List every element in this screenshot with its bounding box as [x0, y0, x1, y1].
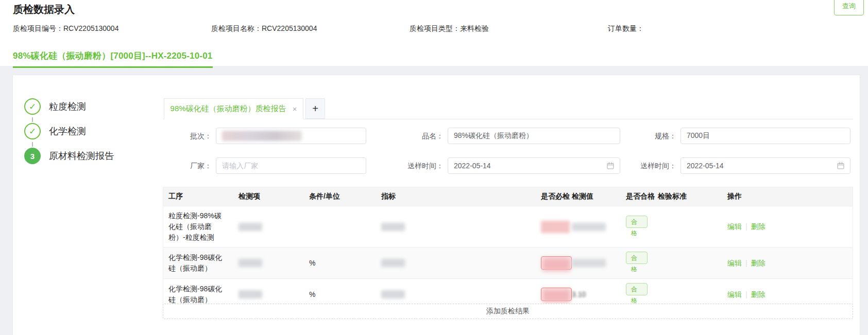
redacted-value	[239, 290, 262, 298]
cell-standard	[653, 206, 722, 248]
project-info-row: 质检项目编号：RCV2205130004 质检项目名称：RCV220513000…	[13, 24, 806, 33]
info-label: 质检项目名称：	[211, 24, 262, 32]
action-separator: |	[745, 290, 747, 298]
action-separator: |	[745, 259, 747, 267]
cell-inspection-item	[233, 206, 304, 248]
redacted-value	[381, 223, 405, 231]
report-tab-label: 98%碳化硅（振动磨粉）质检报告	[171, 104, 286, 114]
step1-check-icon: ✓	[24, 98, 41, 115]
factory-label: 厂家：	[163, 157, 212, 174]
cell-detected-value	[567, 248, 621, 279]
report-tabs-bar: 98%碳化硅（振动磨粉）质检报告 × +	[163, 98, 853, 119]
cell-indicator	[376, 248, 536, 279]
sample-time-2-label: 送样时间：	[616, 157, 676, 174]
table-header-row: 工序 检测项 条件/单位 指标 是否必检 检测值 是否合格 检验标准 操作	[163, 187, 853, 206]
cell-standard	[653, 248, 722, 279]
redacted-required-tag	[541, 288, 572, 301]
sample-time-2-input[interactable]: 2022-05-14	[680, 157, 850, 174]
redacted-required-tag	[541, 256, 572, 270]
product-name-label: 品名：	[379, 128, 444, 144]
step-item-granularity[interactable]: 粒度检测	[49, 98, 86, 115]
material-tab-active[interactable]: 98%碳化硅（振动磨粉）[7000目]--HX-2205-10-01	[13, 50, 213, 68]
report-content: 98%碳化硅（振动磨粉）质检报告 × + 批次： 品名： 规格： 厂家： 送样时…	[163, 75, 853, 332]
col-required: 是否必检	[536, 187, 567, 206]
info-value: RCV2205130004	[262, 24, 317, 32]
batch-value-redacted	[222, 131, 302, 141]
cell-required	[536, 206, 567, 248]
spec-input[interactable]	[680, 128, 850, 144]
step-connector	[32, 142, 33, 147]
cell-qualified: 合格	[621, 248, 653, 279]
cell-inspection-item	[233, 248, 304, 279]
col-process: 工序	[163, 187, 233, 206]
info-value: 来料检验	[460, 24, 489, 32]
calendar-icon	[607, 162, 614, 169]
calendar-icon	[837, 162, 844, 169]
step-item-chemical[interactable]: 化学检测	[49, 123, 86, 139]
qualified-badge: 合格	[626, 252, 648, 264]
step-item-raw-material-report[interactable]: 原材料检测报告	[49, 148, 114, 164]
cell-qualified: 合格	[621, 206, 653, 248]
info-project-code: 质检项目编号：RCV2205130004	[13, 24, 211, 33]
action-separator: |	[745, 222, 747, 231]
query-button[interactable]: 查询	[834, 0, 864, 15]
edit-link[interactable]: 编辑	[727, 290, 742, 298]
main-card: ✓ 粒度检测 ✓ 化学检测 3 原材料检测报告 98%碳化硅（振动磨粉）质检报告…	[12, 75, 860, 335]
sample-time-1-label: 送样时间：	[379, 157, 444, 174]
delete-link[interactable]: 删除	[751, 290, 765, 298]
cell-actions: 编辑|删除	[722, 206, 853, 248]
check-icon: ✓	[29, 102, 36, 111]
product-name-input[interactable]	[448, 128, 620, 144]
col-detected-value: 检测值	[567, 187, 621, 206]
sample-time-1-value: 2022-05-14	[454, 162, 491, 170]
redacted-value	[381, 259, 405, 267]
edit-link[interactable]: 编辑	[727, 222, 742, 231]
spec-label: 规格：	[616, 128, 676, 144]
partially-redacted-value: 3.10	[572, 289, 586, 300]
cell-condition-unit	[304, 206, 376, 248]
step2-check-icon: ✓	[24, 123, 41, 139]
redacted-value	[381, 290, 405, 298]
qualified-badge: 合格	[626, 283, 648, 295]
col-indicator: 指标	[376, 187, 536, 206]
step-connector	[32, 117, 33, 122]
col-actions: 操作	[722, 187, 853, 206]
info-value: RCV2205130004	[63, 24, 118, 32]
step3-number-icon: 3	[24, 148, 41, 164]
info-label: 订单数量：	[608, 24, 644, 32]
redacted-required-flag	[541, 221, 570, 233]
sample-time-1-input[interactable]: 2022-05-14	[448, 157, 620, 174]
add-tab-button[interactable]: +	[305, 98, 325, 119]
info-label: 质检项目类型：	[410, 24, 460, 32]
check-icon: ✓	[29, 127, 36, 136]
delete-link[interactable]: 删除	[751, 259, 765, 267]
factory-input[interactable]	[216, 157, 366, 174]
edit-link[interactable]: 编辑	[727, 259, 742, 267]
batch-input[interactable]	[216, 128, 366, 144]
plus-icon: +	[312, 103, 318, 115]
delete-link[interactable]: 删除	[751, 222, 765, 231]
close-icon[interactable]: ×	[293, 105, 297, 113]
col-qualified: 是否合格	[621, 187, 653, 206]
add-result-button[interactable]: 添加质检结果	[163, 304, 853, 319]
page-title: 质检数据录入	[13, 3, 75, 16]
qualified-badge: 合格	[626, 216, 648, 228]
redacted-value	[572, 223, 606, 231]
qc-results-table: 工序 检测项 条件/单位 指标 是否必检 检测值 是否合格 检验标准 操作 粒度…	[163, 187, 853, 310]
step-number: 3	[30, 152, 35, 160]
redacted-value	[239, 259, 262, 267]
report-tab-active[interactable]: 98%碳化硅（振动磨粉）质检报告 ×	[164, 98, 303, 119]
redacted-value	[572, 259, 606, 267]
cell-process: 粒度检测-98%碳化硅（振动磨粉）-粒度检测	[163, 206, 233, 248]
cell-required	[536, 248, 567, 279]
table-row: 粒度检测-98%碳化硅（振动磨粉）-粒度检测 合格 编辑|删除	[163, 206, 853, 248]
info-label: 质检项目编号：	[13, 24, 63, 32]
table-row: 化学检测-98碳化硅（振动磨） % 合格 编辑|删除	[163, 248, 853, 279]
cell-indicator	[376, 206, 536, 248]
info-project-type: 质检项目类型：来料检验	[410, 24, 608, 33]
report-form: 批次： 品名： 规格： 厂家： 送样时间： 2022-05-14 送样时间： 2…	[163, 119, 853, 186]
batch-label: 批次：	[163, 128, 212, 144]
steps-sidebar: ✓ 粒度检测 ✓ 化学检测 3 原材料检测报告	[13, 75, 162, 281]
redacted-value	[239, 223, 262, 231]
material-tabs: 98%碳化硅（振动磨粉）[7000目]--HX-2205-10-01	[13, 50, 213, 68]
